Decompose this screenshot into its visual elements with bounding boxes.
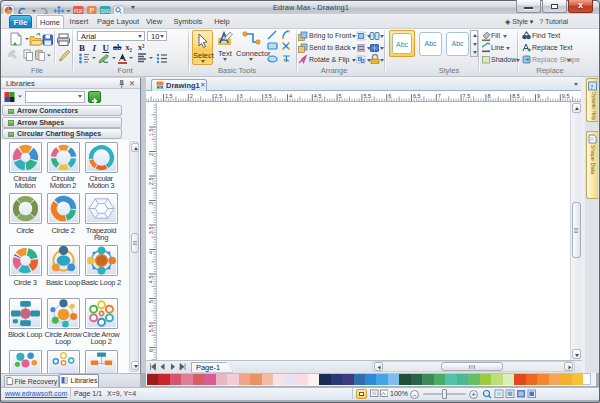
- svg-text:4: 4: [148, 251, 154, 254]
- svg-text:8: 8: [487, 93, 490, 99]
- svg-text:7.5: 7.5: [463, 93, 471, 99]
- svg-text:2.5: 2.5: [215, 93, 223, 99]
- svg-text:4.5: 4.5: [314, 93, 322, 99]
- svg-text:6: 6: [388, 93, 391, 99]
- svg-text:4.5: 4.5: [148, 275, 154, 283]
- svg-text:6: 6: [148, 349, 154, 352]
- svg-text:5.5: 5.5: [363, 93, 371, 99]
- svg-text:3.5: 3.5: [148, 226, 154, 234]
- svg-text:?: ?: [590, 83, 593, 91]
- svg-text:8.5: 8.5: [512, 93, 520, 99]
- svg-text:7: 7: [438, 93, 441, 99]
- svg-text:5: 5: [148, 300, 154, 303]
- svg-text:3.5: 3.5: [264, 93, 272, 99]
- svg-text:2: 2: [148, 153, 154, 156]
- svg-text:1.5: 1.5: [148, 128, 154, 136]
- svg-text:3: 3: [148, 202, 154, 205]
- svg-text:5.5: 5.5: [148, 324, 154, 332]
- svg-text:6.5: 6.5: [413, 93, 421, 99]
- svg-text:3: 3: [239, 93, 242, 99]
- svg-text:9: 9: [537, 93, 540, 99]
- svg-text:9.5: 9.5: [562, 93, 570, 99]
- svg-text:2: 2: [190, 93, 193, 99]
- svg-text:2.5: 2.5: [148, 177, 154, 185]
- svg-text:4: 4: [289, 93, 292, 99]
- svg-text:5: 5: [339, 93, 342, 99]
- svg-text:1.5: 1.5: [165, 93, 173, 99]
